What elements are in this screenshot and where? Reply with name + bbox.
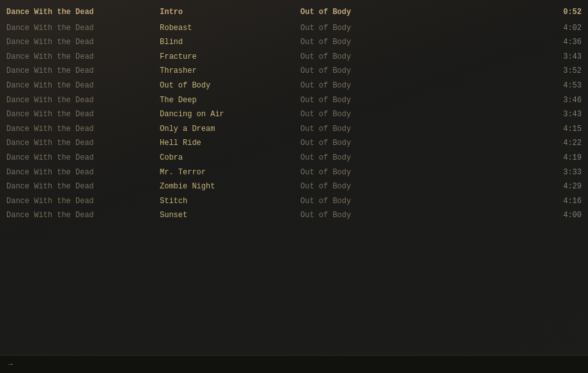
track-row[interactable]: Dance With the DeadThrasherOut of Body3:… (0, 64, 588, 79)
track-title: Thrasher (153, 65, 300, 77)
track-duration: 3:33 (428, 167, 582, 179)
track-row[interactable]: Dance With the DeadOnly a DreamOut of Bo… (0, 122, 588, 137)
track-artist: Dance With the Dead (6, 36, 153, 49)
track-duration: 4:22 (428, 137, 582, 149)
track-row[interactable]: Dance With the DeadBlindOut of Body4:36 (0, 35, 588, 50)
track-artist: Dance With the Dead (6, 109, 153, 121)
track-duration: 4:02 (428, 22, 582, 34)
track-artist: Dance With the Dead (6, 209, 153, 222)
track-album: Out of Body (300, 109, 428, 121)
track-duration: 4:19 (428, 152, 582, 164)
track-title: Out of Body (153, 80, 300, 92)
track-duration: 3:52 (428, 65, 582, 77)
track-artist: Dance With the Dead (6, 167, 153, 179)
track-album: Out of Body (300, 181, 428, 193)
track-row[interactable]: Dance With the DeadSunsetOut of Body4:00 (0, 208, 588, 223)
track-album: Out of Body (300, 152, 428, 164)
track-row[interactable]: Dance With the DeadHell RideOut of Body4… (0, 136, 588, 151)
track-duration: 4:53 (428, 80, 582, 92)
track-album: Out of Body (300, 80, 428, 92)
track-artist: Dance With the Dead (6, 22, 153, 34)
arrow-icon: → (8, 360, 13, 369)
track-artist: Dance With the Dead (6, 181, 153, 193)
track-row[interactable]: Dance With the DeadOut of BodyOut of Bod… (0, 79, 588, 93)
track-artist: Dance With the Dead (6, 51, 153, 63)
track-title: Robeast (153, 22, 300, 34)
track-album: Out of Body (300, 137, 428, 149)
track-album: Out of Body (300, 123, 428, 135)
track-album: Out of Body (300, 65, 428, 77)
track-list: Dance With the Dead Intro Out of Body 0:… (0, 0, 588, 228)
track-title: Sunset (153, 209, 300, 222)
track-artist: Dance With the Dead (6, 65, 153, 77)
header-title: Intro (153, 6, 300, 19)
track-list-header: Dance With the Dead Intro Out of Body 0:… (0, 5, 588, 20)
track-album: Out of Body (300, 36, 428, 49)
track-title: Blind (153, 36, 300, 49)
track-artist: Dance With the Dead (6, 123, 153, 135)
track-duration: 3:43 (428, 109, 582, 121)
track-duration: 4:15 (428, 123, 582, 135)
track-title: Hell Ride (153, 137, 300, 149)
track-title: Mr. Terror (153, 167, 300, 179)
track-album: Out of Body (300, 209, 428, 222)
track-duration: 4:29 (428, 181, 582, 193)
track-row[interactable]: Dance With the DeadZombie NightOut of Bo… (0, 179, 588, 194)
track-artist: Dance With the Dead (6, 195, 153, 208)
track-duration: 3:46 (428, 95, 582, 107)
track-row[interactable]: Dance With the DeadCobraOut of Body4:19 (0, 151, 588, 165)
header-album: Out of Body (300, 6, 428, 19)
track-artist: Dance With the Dead (6, 152, 153, 164)
track-row[interactable]: Dance With the DeadRobeastOut of Body4:0… (0, 21, 588, 36)
track-title: Only a Dream (153, 123, 300, 135)
track-row[interactable]: Dance With the DeadMr. TerrorOut of Body… (0, 165, 588, 180)
bottom-bar: → (0, 355, 588, 373)
track-album: Out of Body (300, 95, 428, 107)
track-duration: 4:36 (428, 36, 582, 49)
track-title: Dancing on Air (153, 109, 300, 121)
track-row[interactable]: Dance With the DeadStitchOut of Body4:16 (0, 194, 588, 209)
track-title: Zombie Night (153, 181, 300, 193)
track-artist: Dance With the Dead (6, 137, 153, 149)
track-album: Out of Body (300, 167, 428, 179)
track-duration: 3:43 (428, 51, 582, 63)
header-duration: 0:52 (428, 6, 582, 19)
track-artist: Dance With the Dead (6, 95, 153, 107)
header-artist: Dance With the Dead (6, 6, 153, 19)
track-album: Out of Body (300, 195, 428, 208)
track-title: Cobra (153, 152, 300, 164)
track-artist: Dance With the Dead (6, 80, 153, 92)
track-title: Stitch (153, 195, 300, 208)
track-duration: 4:16 (428, 195, 582, 208)
track-row[interactable]: Dance With the DeadFractureOut of Body3:… (0, 50, 588, 65)
track-title: The Deep (153, 95, 300, 107)
track-album: Out of Body (300, 51, 428, 63)
track-row[interactable]: Dance With the DeadThe DeepOut of Body3:… (0, 93, 588, 108)
track-title: Fracture (153, 51, 300, 63)
track-row[interactable]: Dance With the DeadDancing on AirOut of … (0, 107, 588, 122)
track-duration: 4:00 (428, 209, 582, 222)
track-album: Out of Body (300, 22, 428, 34)
